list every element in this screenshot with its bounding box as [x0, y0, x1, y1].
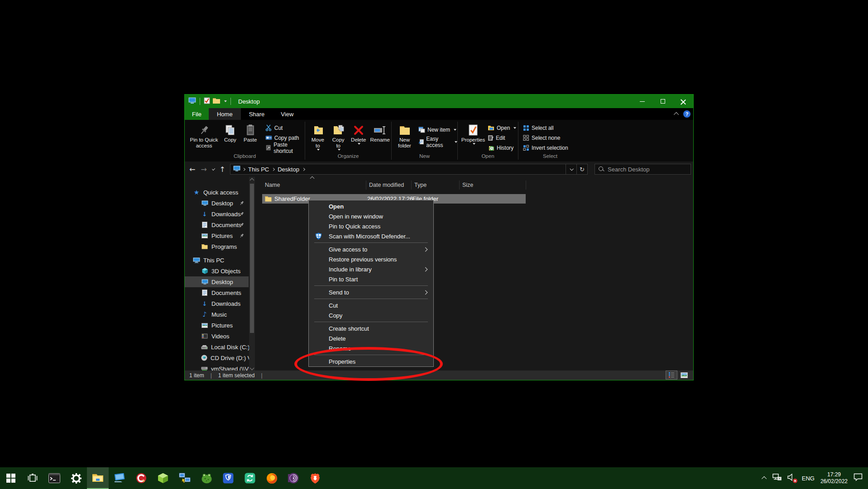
details-view-button[interactable] [666, 371, 677, 379]
copy-to-button[interactable]: Copy to [328, 123, 348, 152]
menu-item-send-to[interactable]: Send to [309, 287, 433, 297]
column-header-date-modified[interactable]: Date modified [369, 180, 404, 190]
sidebar-item-quick-access[interactable]: ★ Quick access [185, 187, 249, 198]
up-button[interactable]: ↑ [220, 165, 225, 174]
properties-button[interactable]: Properties [460, 123, 487, 146]
delete-button[interactable]: Delete [349, 123, 368, 146]
cut-button[interactable]: Cut [265, 123, 305, 132]
menu-item-restore-previous-versions[interactable]: Restore previous versions [309, 254, 433, 264]
menu-item-scan-with-defender[interactable]: Scan with Microsoft Defender... [309, 231, 433, 241]
sidebar-item-documents[interactable]: Documents [185, 287, 249, 298]
frog-app-button[interactable] [196, 467, 217, 489]
sidebar-item-this-pc[interactable]: This PC [185, 255, 249, 266]
scroll-up-icon[interactable] [250, 178, 254, 183]
sync-app-button[interactable] [239, 467, 261, 489]
paste-button[interactable]: Paste [241, 123, 260, 144]
forward-button[interactable]: → [201, 165, 206, 174]
volume-muted-icon[interactable] [787, 474, 796, 483]
tab-home[interactable]: Home [209, 108, 241, 120]
maximize-button[interactable] [652, 95, 673, 108]
paste-shortcut-button[interactable]: Paste shortcut [265, 143, 305, 152]
invert-selection-button[interactable]: Invert selection [523, 143, 568, 152]
firefox-button[interactable] [261, 467, 283, 489]
clock[interactable]: 17:29 26/02/2022 [820, 471, 848, 485]
search-box[interactable] [595, 164, 691, 175]
menu-item-open[interactable]: Open [309, 201, 433, 211]
sidebar-item-pictures[interactable]: Pictures [185, 320, 249, 331]
select-none-button[interactable]: Select none [523, 133, 568, 142]
close-button[interactable] [673, 95, 693, 108]
breadcrumb-desktop[interactable]: Desktop [277, 166, 300, 173]
menu-item-cut[interactable]: Cut [309, 300, 433, 310]
history-button[interactable]: History [488, 143, 516, 152]
tab-view[interactable]: View [273, 108, 302, 120]
qat-newfolder-button[interactable] [213, 97, 220, 105]
recent-locations-icon[interactable] [212, 167, 215, 171]
taskbar-file-explorer-button[interactable] [87, 467, 109, 489]
virtualbox-button[interactable] [152, 467, 174, 489]
sidebar-item-programs[interactable]: Programs [185, 241, 249, 252]
start-button[interactable] [0, 467, 22, 489]
rename-button[interactable]: Rename [369, 123, 391, 144]
tab-share[interactable]: Share [241, 108, 273, 120]
new-folder-button[interactable]: New folder [394, 123, 415, 150]
move-to-button[interactable]: Move to [308, 123, 327, 152]
scrollbar-thumb[interactable] [250, 184, 254, 333]
address-box[interactable]: This PC Desktop ↻ [230, 164, 588, 175]
easy-access-button[interactable]: Easy access [418, 138, 457, 146]
new-item-button[interactable]: New item [418, 125, 457, 134]
menu-item-open-in-new-window[interactable]: Open in new window [309, 211, 433, 221]
sidebar-item-desktop[interactable]: Desktop [185, 276, 249, 287]
hidden-icons-chevron[interactable] [762, 476, 767, 481]
settings-button[interactable] [65, 467, 87, 489]
column-header-name[interactable]: Name [265, 180, 280, 190]
qat-properties-button[interactable] [204, 97, 210, 106]
help-icon[interactable]: ? [683, 110, 691, 118]
pc-transfer-button[interactable] [174, 467, 196, 489]
tab-file[interactable]: File [185, 108, 209, 120]
edit-button[interactable]: Edit [488, 133, 516, 142]
command-prompt-button[interactable] [43, 467, 65, 489]
remote-desktop-button[interactable] [109, 467, 130, 489]
breadcrumb-this-pc[interactable]: This PC [247, 166, 270, 173]
ccleaner-button[interactable] [130, 467, 152, 489]
column-header-size[interactable]: Size [462, 180, 473, 190]
network-tray-icon[interactable] [772, 474, 782, 483]
task-view-button[interactable] [22, 467, 43, 489]
search-input[interactable] [608, 166, 680, 173]
menu-item-include-in-library[interactable]: Include in library [309, 264, 433, 274]
pin-to-quick-access-button[interactable]: Pin to Quick access [188, 123, 220, 150]
menu-item-copy[interactable]: Copy [309, 310, 433, 320]
collapse-ribbon-icon[interactable] [674, 112, 679, 117]
qat-customize-dropdown-icon[interactable] [224, 100, 227, 102]
sidebar-item-local-disk-c[interactable]: Local Disk (C:) [185, 342, 249, 352]
scroll-down-icon[interactable] [250, 366, 254, 370]
bitwarden-button[interactable] [217, 467, 239, 489]
refresh-button[interactable]: ↻ [576, 164, 587, 174]
menu-item-pin-to-quick-access[interactable]: Pin to Quick access [309, 221, 433, 231]
sidebar-item-videos[interactable]: Videos [185, 331, 249, 342]
select-all-button[interactable]: Select all [523, 123, 568, 132]
sidebar-item-pictures-qa[interactable]: Pictures [185, 230, 249, 241]
large-icons-view-button[interactable] [679, 371, 690, 379]
sidebar-item-documents-qa[interactable]: Documents [185, 219, 249, 230]
copy-path-button[interactable]: Copy path [265, 133, 305, 142]
tor-browser-button[interactable] [283, 467, 304, 489]
minimize-button[interactable] [632, 95, 652, 108]
menu-item-delete[interactable]: Delete [309, 333, 433, 343]
column-header-type[interactable]: Type [414, 180, 427, 190]
menu-item-create-shortcut[interactable]: Create shortcut [309, 323, 433, 333]
sidebar-item-desktop-qa[interactable]: Desktop [185, 198, 249, 209]
action-center-icon[interactable] [854, 473, 863, 483]
open-button[interactable]: Open [488, 123, 516, 132]
back-button[interactable]: ← [189, 165, 195, 174]
copy-button[interactable]: Copy [221, 123, 239, 144]
sidebar-item-cd-drive-d[interactable]: CD Drive (D:) Vir [185, 352, 249, 363]
menu-item-give-access-to[interactable]: Give access to [309, 244, 433, 254]
address-history-button[interactable] [566, 164, 576, 174]
brave-button[interactable] [304, 467, 326, 489]
language-indicator[interactable]: ENG [802, 475, 815, 482]
sidebar-item-downloads[interactable]: ↓ Downloads [185, 298, 249, 309]
menu-item-pin-to-start[interactable]: Pin to Start [309, 274, 433, 284]
sidebar-item-downloads-qa[interactable]: ↓ Downloads [185, 209, 249, 219]
